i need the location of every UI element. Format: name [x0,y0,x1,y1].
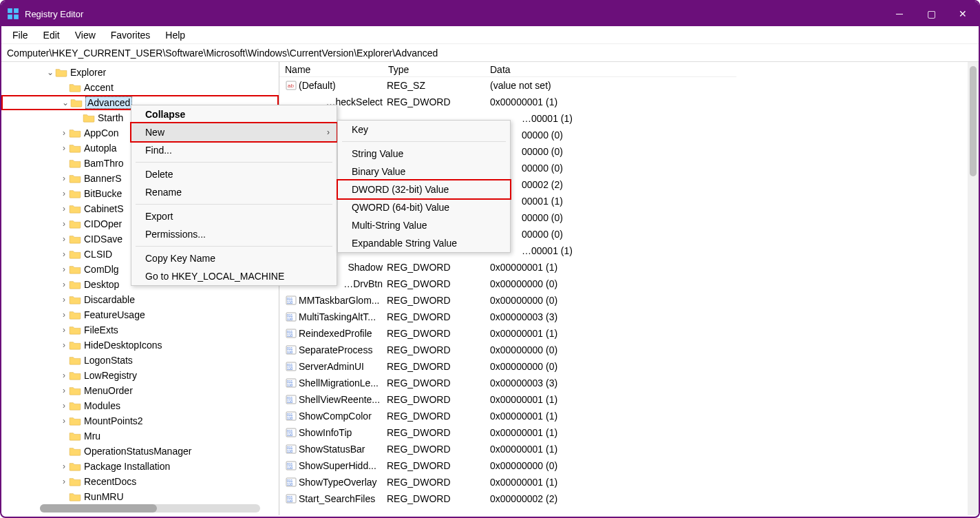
value-row[interactable]: 011110ShowInfoTipREG_DWORD0x00000001 (1) [279,424,736,441]
value-row[interactable]: 011110…heckSelectREG_DWORD0x00000001 (1) [279,94,736,110]
svg-text:110: 110 [287,317,293,321]
context-menu-item[interactable]: Copy Key Name [131,249,337,267]
expander-icon[interactable]: › [59,325,69,335]
submenu-item[interactable]: Binary Value [338,163,510,180]
tree-item[interactable]: RunMRU [1,489,279,504]
address-bar[interactable]: Computer\HKEY_CURRENT_USER\Software\Micr… [1,44,979,62]
menu-help[interactable]: Help [158,28,192,42]
tree-horizontal-scrollbar[interactable] [40,504,260,512]
value-row[interactable]: ab(Default)REG_SZ(value not set) [279,77,736,94]
value-data: …00001 (1) [490,113,736,124]
submenu-item[interactable]: Multi-String Value [338,216,510,234]
tree-item[interactable]: ›MenuOrder [1,383,279,398]
tree-item[interactable]: ›Modules [1,398,279,413]
expander-icon[interactable]: › [59,265,69,274]
context-menu-item[interactable]: Go to HKEY_LOCAL_MACHINE [131,267,337,285]
value-row[interactable]: 011110…DrvBtnREG_DWORD0x00000000 (0) [279,276,736,292]
tree-item[interactable]: ›FileExts [1,322,279,338]
tree-item[interactable]: Mru [1,428,279,444]
submenu-item[interactable]: Key [338,121,510,138]
column-data[interactable]: Data [490,64,736,75]
context-menu-item[interactable]: New› [131,123,337,141]
value-row[interactable]: 011110ServerAdminUIREG_DWORD0x00000000 (… [279,358,736,375]
tree-item[interactable]: ›Discardable [1,292,279,307]
value-name: MultiTaskingAltT... [299,311,387,322]
value-row[interactable]: 011110ShadowREG_DWORD0x00000001 (1) [279,259,736,276]
context-menu[interactable]: CollapseNew›Find...DeleteRenameExportPer… [131,105,337,286]
menu-edit[interactable]: Edit [36,28,67,42]
expander-icon[interactable]: › [59,386,69,395]
expander-icon[interactable]: › [59,204,69,214]
context-menu-item[interactable]: Rename [131,183,337,201]
expander-icon[interactable]: › [59,371,69,380]
expander-icon[interactable]: › [59,340,69,350]
svg-rect-2 [8,14,12,19]
value-row[interactable]: 011110ShowCompColorREG_DWORD0x00000001 (… [279,408,736,424]
submenu-item[interactable]: Expandable String Value [338,234,510,252]
expander-icon[interactable]: ⌄ [61,98,70,107]
context-submenu-new[interactable]: KeyString ValueBinary ValueDWORD (32-bit… [337,120,511,253]
expander-icon[interactable]: › [59,219,69,229]
tree-item[interactable]: Accent [1,80,279,95]
submenu-item[interactable]: String Value [338,145,510,163]
close-button[interactable]: ✕ [947,1,979,26]
submenu-item[interactable]: QWORD (64-bit) Value [338,198,510,216]
expander-icon[interactable]: › [59,462,69,471]
menu-file[interactable]: File [6,28,35,42]
value-row[interactable]: 011110Start_SearchFilesREG_DWORD0x000000… [279,490,736,507]
expander-icon[interactable]: › [59,280,69,289]
registry-value-icon: ab [285,79,297,92]
tree-item[interactable]: LogonStats [1,353,279,368]
tree-item[interactable]: ›FeatureUsage [1,307,279,322]
context-menu-item[interactable]: Delete [131,165,337,183]
submenu-item[interactable]: DWORD (32-bit) Value [338,180,510,198]
expander-icon[interactable]: › [59,295,69,304]
expander-icon[interactable]: › [59,310,69,320]
value-row[interactable]: 011110SeparateProcessREG_DWORD0x00000000… [279,342,736,358]
expander-icon[interactable]: › [59,174,69,183]
maximize-button[interactable]: ▢ [915,1,947,26]
value-row[interactable]: 011110MMTaskbarGlom...REG_DWORD0x0000000… [279,292,736,309]
expander-icon[interactable]: › [59,401,69,411]
expander-icon[interactable]: › [59,477,69,486]
scrollbar-thumb[interactable] [40,504,157,512]
chevron-down-icon[interactable]: ⌄ [45,68,55,77]
value-data: 00002 (2) [490,179,736,190]
tree-item[interactable]: ›Package Installation [1,459,279,474]
context-menu-item[interactable]: Find... [131,141,337,159]
tree-item-explorer[interactable]: ⌄Explorer [1,65,279,80]
expander-icon[interactable]: › [59,234,69,244]
scrollbar-thumb[interactable] [970,66,977,176]
menu-item-label: Find... [145,145,172,156]
svg-text:110: 110 [287,499,293,503]
context-menu-item[interactable]: Export [131,207,337,225]
value-row[interactable]: 011110ShellMigrationLe...REG_DWORD0x0000… [279,375,736,391]
expander-icon[interactable]: › [59,128,69,138]
tree-label: Accent [84,82,114,93]
value-row[interactable]: 011110ShellViewReente...REG_DWORD0x00000… [279,391,736,408]
menu-favorites[interactable]: Favorites [104,28,158,42]
tree-item[interactable]: OperationStatusManager [1,444,279,459]
tree-item[interactable]: ›RecentDocs [1,474,279,489]
value-row[interactable]: 011110ShowSuperHidd...REG_DWORD0x0000000… [279,457,736,474]
tree-label: MountPoints2 [84,415,143,426]
value-row[interactable]: 011110ShowTypeOverlayREG_DWORD0x00000001… [279,474,736,490]
menu-view[interactable]: View [68,28,103,42]
expander-icon[interactable]: › [59,189,69,198]
tree-item[interactable]: ›MountPoints2 [1,413,279,428]
expander-icon[interactable]: › [59,416,69,426]
column-type[interactable]: Type [388,64,490,75]
value-row[interactable]: 011110ReindexedProfileREG_DWORD0x0000000… [279,325,736,342]
tree-item[interactable]: ›HideDesktopIcons [1,338,279,353]
tree-item[interactable]: ›LowRegistry [1,368,279,383]
values-vertical-scrollbar[interactable] [968,62,979,515]
value-row[interactable]: 011110MultiTaskingAltT...REG_DWORD0x0000… [279,309,736,325]
minimize-button[interactable]: ─ [884,1,915,26]
expander-icon[interactable]: › [59,143,69,153]
value-row[interactable]: 011110ShowStatusBarREG_DWORD0x00000001 (… [279,441,736,457]
expander-icon[interactable]: › [59,249,69,259]
context-menu-item[interactable]: Collapse [131,105,337,123]
context-menu-item[interactable]: Permissions... [131,225,337,243]
folder-icon [69,295,81,304]
column-name[interactable]: Name [285,64,388,75]
